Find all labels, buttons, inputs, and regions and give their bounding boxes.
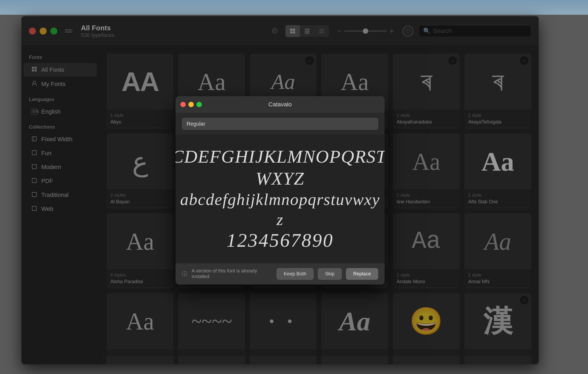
modal-footer: ⓘ A version of this font is already inst… bbox=[176, 263, 385, 285]
modal-minimize-button[interactable] bbox=[188, 102, 194, 107]
modal-preview-upper2: WXYZ bbox=[256, 168, 304, 190]
modal-preview: ABCDEFGHIJKLMNOPQRSTUV WXYZ abcdefghijkl… bbox=[176, 134, 385, 263]
modal-overlay[interactable]: Catavalo Regular Bold Italic Bold Italic… bbox=[21, 16, 539, 364]
app-window: All Fonts 536 typefaces bbox=[21, 16, 539, 364]
modal-title-bar: Catavalo bbox=[176, 96, 385, 113]
keep-both-button[interactable]: Keep Both bbox=[277, 268, 314, 280]
modal-close-button[interactable] bbox=[180, 102, 186, 107]
skip-button[interactable]: Skip bbox=[318, 268, 342, 280]
modal-style-select: Regular Bold Italic Bold Italic bbox=[182, 118, 378, 130]
modal-preview-upper: ABCDEFGHIJKLMNOPQRSTUV bbox=[176, 146, 385, 168]
style-dropdown[interactable]: Regular Bold Italic Bold Italic bbox=[182, 118, 378, 130]
replace-button[interactable]: Replace bbox=[346, 268, 378, 280]
modal-maximize-button[interactable] bbox=[196, 102, 202, 107]
modal-traffic-lights bbox=[180, 102, 202, 107]
modal-status-text: A version of this font is already instal… bbox=[192, 268, 272, 279]
modal-title: Catavalo bbox=[269, 101, 292, 108]
modal-preview-numbers: 1234567890 bbox=[226, 229, 334, 252]
background-image bbox=[0, 0, 588, 15]
modal-preview-lower2: z bbox=[277, 210, 284, 229]
modal-preview-lower: abcdefghijklmnopqrstuvwxy bbox=[180, 189, 380, 209]
modal-info-icon: ⓘ bbox=[182, 270, 187, 278]
catavalo-modal: Catavalo Regular Bold Italic Bold Italic… bbox=[176, 96, 385, 285]
